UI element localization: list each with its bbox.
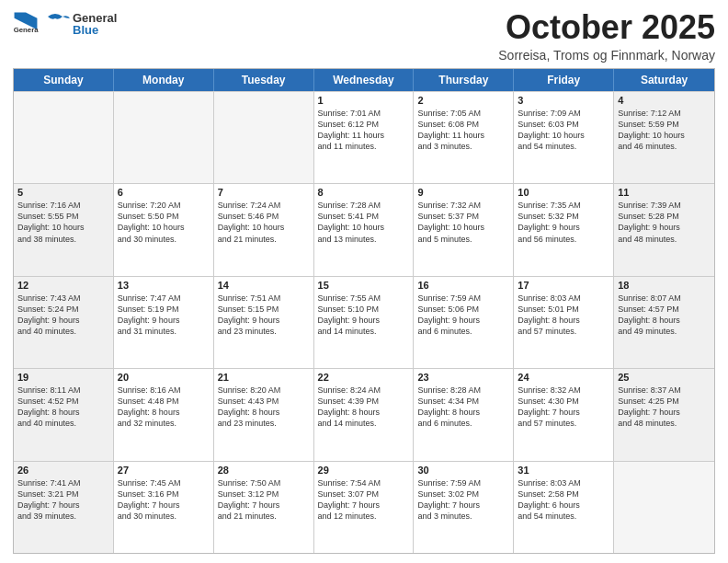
day-number: 2 <box>417 95 509 106</box>
table-row: 30Sunrise: 7:59 AM Sunset: 3:02 PM Dayli… <box>414 462 514 553</box>
day-number: 29 <box>318 465 410 476</box>
day-info: Sunrise: 7:05 AM Sunset: 6:08 PM Dayligh… <box>417 108 509 153</box>
table-row: 7Sunrise: 7:24 AM Sunset: 5:46 PM Daylig… <box>214 184 314 275</box>
day-number: 31 <box>518 465 609 476</box>
table-row: 18Sunrise: 8:07 AM Sunset: 4:57 PM Dayli… <box>614 277 714 368</box>
table-row: 22Sunrise: 8:24 AM Sunset: 4:39 PM Dayli… <box>314 369 415 460</box>
day-number: 1 <box>318 95 410 106</box>
day-number: 13 <box>118 280 210 291</box>
day-info: Sunrise: 8:32 AM Sunset: 4:30 PM Dayligh… <box>518 385 609 430</box>
day-info: Sunrise: 7:50 AM Sunset: 3:12 PM Dayligh… <box>218 477 310 523</box>
table-row: 25Sunrise: 8:37 AM Sunset: 4:25 PM Dayli… <box>614 369 714 460</box>
day-number: 22 <box>318 372 410 383</box>
day-info: Sunrise: 7:09 AM Sunset: 6:03 PM Dayligh… <box>518 108 609 153</box>
header-day-monday: Monday <box>114 69 214 91</box>
day-number: 6 <box>118 187 210 198</box>
table-row <box>214 92 314 183</box>
table-row: 2Sunrise: 7:05 AM Sunset: 6:08 PM Daylig… <box>414 92 514 183</box>
header-day-friday: Friday <box>514 69 614 91</box>
logo-bird-icon <box>40 9 70 39</box>
day-number: 27 <box>118 465 210 476</box>
svg-marker-2 <box>15 13 26 24</box>
header-day-saturday: Saturday <box>614 69 714 91</box>
day-info: Sunrise: 8:03 AM Sunset: 5:01 PM Dayligh… <box>518 293 609 338</box>
table-row: 27Sunrise: 7:45 AM Sunset: 3:16 PM Dayli… <box>114 462 214 553</box>
day-info: Sunrise: 7:59 AM Sunset: 5:06 PM Dayligh… <box>417 293 509 338</box>
day-number: 14 <box>218 280 310 291</box>
table-row: 23Sunrise: 8:28 AM Sunset: 4:34 PM Dayli… <box>414 369 514 460</box>
day-number: 30 <box>417 465 509 476</box>
table-row: 1Sunrise: 7:01 AM Sunset: 6:12 PM Daylig… <box>314 92 415 183</box>
day-info: Sunrise: 7:35 AM Sunset: 5:32 PM Dayligh… <box>518 200 609 245</box>
week-row-5: 26Sunrise: 7:41 AM Sunset: 3:21 PM Dayli… <box>14 461 714 553</box>
header: General General Blue <box>13 9 715 63</box>
day-info: Sunrise: 7:59 AM Sunset: 3:02 PM Dayligh… <box>417 477 509 523</box>
header-day-thursday: Thursday <box>414 69 514 91</box>
day-number: 25 <box>618 372 711 383</box>
day-number: 26 <box>17 465 109 476</box>
day-info: Sunrise: 7:20 AM Sunset: 5:50 PM Dayligh… <box>118 200 210 245</box>
day-info: Sunrise: 8:07 AM Sunset: 4:57 PM Dayligh… <box>618 293 711 338</box>
day-info: Sunrise: 7:39 AM Sunset: 5:28 PM Dayligh… <box>618 200 711 245</box>
day-number: 5 <box>17 187 109 198</box>
table-row <box>14 92 114 183</box>
table-row: 20Sunrise: 8:16 AM Sunset: 4:48 PM Dayli… <box>114 369 214 460</box>
day-number: 21 <box>218 372 310 383</box>
day-number: 15 <box>318 280 410 291</box>
day-number: 16 <box>417 280 509 291</box>
day-number: 20 <box>118 372 210 383</box>
table-row: 16Sunrise: 7:59 AM Sunset: 5:06 PM Dayli… <box>414 277 514 368</box>
table-row: 15Sunrise: 7:55 AM Sunset: 5:10 PM Dayli… <box>314 277 415 368</box>
table-row: 28Sunrise: 7:50 AM Sunset: 3:12 PM Dayli… <box>214 462 314 553</box>
day-info: Sunrise: 7:45 AM Sunset: 3:16 PM Dayligh… <box>118 477 210 523</box>
table-row: 17Sunrise: 8:03 AM Sunset: 5:01 PM Dayli… <box>514 277 614 368</box>
day-info: Sunrise: 8:24 AM Sunset: 4:39 PM Dayligh… <box>318 385 410 430</box>
day-info: Sunrise: 7:41 AM Sunset: 3:21 PM Dayligh… <box>17 477 109 523</box>
table-row: 13Sunrise: 7:47 AM Sunset: 5:19 PM Dayli… <box>114 277 214 368</box>
table-row <box>614 462 714 553</box>
day-info: Sunrise: 8:11 AM Sunset: 4:52 PM Dayligh… <box>17 385 109 430</box>
day-info: Sunrise: 7:43 AM Sunset: 5:24 PM Dayligh… <box>17 293 109 338</box>
table-row: 14Sunrise: 7:51 AM Sunset: 5:15 PM Dayli… <box>214 277 314 368</box>
table-row: 9Sunrise: 7:32 AM Sunset: 5:37 PM Daylig… <box>414 184 514 275</box>
page: General General Blue <box>0 0 728 563</box>
month-title: October 2025 <box>498 9 715 46</box>
table-row: 6Sunrise: 7:20 AM Sunset: 5:50 PM Daylig… <box>114 184 214 275</box>
day-number: 8 <box>318 187 410 198</box>
day-number: 28 <box>218 465 310 476</box>
day-number: 24 <box>518 372 609 383</box>
week-row-3: 12Sunrise: 7:43 AM Sunset: 5:24 PM Dayli… <box>14 276 714 368</box>
table-row <box>114 92 214 183</box>
logo: General General Blue <box>13 9 117 39</box>
day-info: Sunrise: 8:28 AM Sunset: 4:34 PM Dayligh… <box>417 385 509 430</box>
day-number: 7 <box>218 187 310 198</box>
day-number: 10 <box>518 187 609 198</box>
table-row: 8Sunrise: 7:28 AM Sunset: 5:41 PM Daylig… <box>314 184 415 275</box>
title-block: October 2025 Sorreisa, Troms og Finnmark… <box>498 9 715 63</box>
table-row: 5Sunrise: 7:16 AM Sunset: 5:55 PM Daylig… <box>14 184 114 275</box>
table-row: 26Sunrise: 7:41 AM Sunset: 3:21 PM Dayli… <box>14 462 114 553</box>
day-info: Sunrise: 8:03 AM Sunset: 2:58 PM Dayligh… <box>518 477 609 523</box>
day-number: 18 <box>618 280 711 291</box>
day-info: Sunrise: 8:20 AM Sunset: 4:43 PM Dayligh… <box>218 385 310 430</box>
day-number: 23 <box>417 372 509 383</box>
calendar: SundayMondayTuesdayWednesdayThursdayFrid… <box>13 68 715 554</box>
table-row: 4Sunrise: 7:12 AM Sunset: 5:59 PM Daylig… <box>614 92 714 183</box>
table-row: 24Sunrise: 8:32 AM Sunset: 4:30 PM Dayli… <box>514 369 614 460</box>
day-number: 11 <box>618 187 711 198</box>
day-number: 4 <box>618 95 711 106</box>
logo-icon: General <box>13 11 39 37</box>
day-info: Sunrise: 7:16 AM Sunset: 5:55 PM Dayligh… <box>17 200 109 245</box>
week-row-1: 1Sunrise: 7:01 AM Sunset: 6:12 PM Daylig… <box>14 91 714 183</box>
table-row: 29Sunrise: 7:54 AM Sunset: 3:07 PM Dayli… <box>314 462 415 553</box>
header-day-wednesday: Wednesday <box>314 69 415 91</box>
table-row: 31Sunrise: 8:03 AM Sunset: 2:58 PM Dayli… <box>514 462 614 553</box>
svg-text:General: General <box>14 26 39 34</box>
day-number: 17 <box>518 280 609 291</box>
day-info: Sunrise: 7:28 AM Sunset: 5:41 PM Dayligh… <box>318 200 410 245</box>
table-row: 3Sunrise: 7:09 AM Sunset: 6:03 PM Daylig… <box>514 92 614 183</box>
day-info: Sunrise: 7:32 AM Sunset: 5:37 PM Dayligh… <box>417 200 509 245</box>
day-info: Sunrise: 7:24 AM Sunset: 5:46 PM Dayligh… <box>218 200 310 245</box>
day-info: Sunrise: 7:51 AM Sunset: 5:15 PM Dayligh… <box>218 293 310 338</box>
table-row: 10Sunrise: 7:35 AM Sunset: 5:32 PM Dayli… <box>514 184 614 275</box>
